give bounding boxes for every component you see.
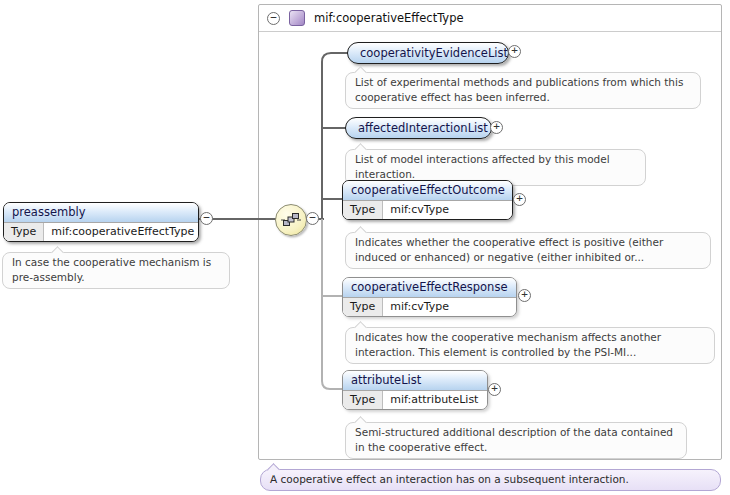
annotation-cooperativityEvidenceList: List of experimental methods and publica… [345,72,701,109]
element-name[interactable]: attributeList [343,371,487,390]
collapse-toggle-preassembly[interactable]: − [200,212,213,225]
expand-toggle-attributeList[interactable]: + [488,383,501,396]
complex-type-icon [289,10,305,26]
type-container-header: − mif:cooperativeEffectType [259,5,721,32]
expand-toggle-cooperativeEffectResponse[interactable]: + [518,289,531,302]
element-preassembly-type-row: Type mif:cooperativeEffectType [4,222,198,241]
element-name: cooperativityEvidenceList [348,43,508,63]
element-attributeList[interactable]: attributeList Type mif:attributeList [342,370,488,410]
annotation-text: In case the cooperative mechanism is pre… [12,256,211,283]
type-value: mif:cvType [383,298,456,316]
type-value: mif:cooperativeEffectType [44,223,199,241]
element-type-row: Type mif:cvType [343,200,512,219]
annotation-text: A cooperative effect an interaction has … [270,473,629,485]
element-type-row: Type mif:cvType [343,297,516,316]
element-type-row: Type mif:attributeList [343,390,487,409]
annotation-attributeList: Semi-structured additional description o… [345,422,687,459]
collapse-toggle-container[interactable]: − [267,12,280,25]
expand-toggle-cooperativityEvidenceList[interactable]: + [508,45,521,58]
annotation-text: Semi-structured additional description o… [355,426,673,453]
annotation-cooperativeEffectType: A cooperative effect an interaction has … [260,469,721,491]
annotation-text: Indicates how the cooperative mechanism … [355,331,661,358]
annotation-text: Indicates whether the cooperative effect… [355,236,663,263]
element-preassembly-name[interactable]: preassembly [4,203,198,222]
type-value: mif:cvType [383,201,456,219]
element-cooperativityEvidenceList[interactable]: cooperativityEvidenceList [347,42,509,64]
expand-toggle-affectedInteractionList[interactable]: + [490,121,503,134]
sequence-compositor-icon[interactable] [275,204,307,236]
type-label: Type [343,298,383,316]
element-preassembly[interactable]: preassembly Type mif:cooperativeEffectTy… [3,202,199,242]
type-container-title: mif:cooperativeEffectType [314,11,464,25]
collapse-toggle-sequence[interactable]: − [306,212,319,225]
annotation-text: List of experimental methods and publica… [355,76,683,103]
schema-diagram: − mif:cooperativeEffectType preassembly … [0,0,730,495]
element-name: affectedInteractionList [346,118,491,138]
element-name[interactable]: cooperativeEffectResponse [343,278,516,297]
element-cooperativeEffectOutcome[interactable]: cooperativeEffectOutcome Type mif:cvType [342,180,513,220]
type-label: Type [343,201,383,219]
element-affectedInteractionList[interactable]: affectedInteractionList [345,117,492,139]
annotation-text: List of model interactions affected by t… [355,153,610,180]
type-label: Type [343,391,383,409]
annotation-preassembly: In case the cooperative mechanism is pre… [2,252,230,289]
type-value: mif:attributeList [383,391,485,409]
annotation-cooperativeEffectResponse: Indicates how the cooperative mechanism … [345,327,715,364]
type-label: Type [4,223,44,241]
element-cooperativeEffectResponse[interactable]: cooperativeEffectResponse Type mif:cvTyp… [342,277,517,317]
expand-toggle-cooperativeEffectOutcome[interactable]: + [513,193,526,206]
annotation-cooperativeEffectOutcome: Indicates whether the cooperative effect… [345,232,711,269]
element-name[interactable]: cooperativeEffectOutcome [343,181,512,200]
